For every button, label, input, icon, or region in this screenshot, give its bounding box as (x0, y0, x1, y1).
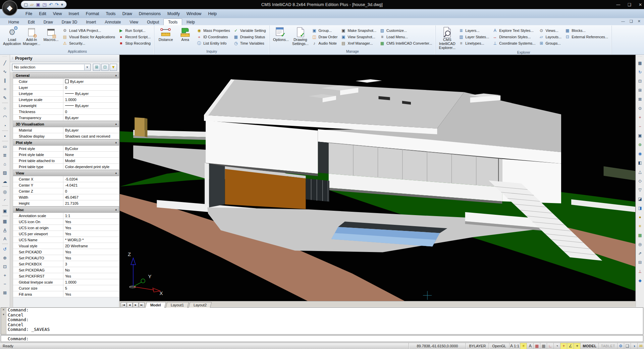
entity-snap-toggle[interactable]: + (560, 343, 567, 349)
collapse-icon[interactable]: ▲ (115, 74, 117, 77)
lineweight-display-toggle[interactable]: + (574, 343, 580, 349)
property-value[interactable]: 0 (63, 188, 119, 194)
list-entity-info-button[interactable]: ⓘList Entity Info (195, 40, 231, 46)
dimension-styles-button[interactable]: ↔Dimension Styles... (491, 34, 537, 40)
arc-button[interactable]: ◠ (1, 112, 9, 121)
cms-intellicad-explorer-button[interactable]: CMS IntelliCAD Explorer... (437, 26, 457, 50)
tab-view[interactable]: View (125, 19, 143, 25)
property-row[interactable]: Set PICKADDYes (13, 249, 119, 255)
tab-tools[interactable]: Tools (163, 18, 182, 25)
property-value[interactable]: No (63, 267, 119, 273)
property-value[interactable]: ByLayer (63, 91, 119, 96)
mdi-close-button[interactable]: ✕ (638, 19, 641, 23)
revision-cloud-button[interactable]: ☁ (1, 177, 9, 186)
hatch-button[interactable]: ▨ (1, 168, 9, 177)
property-row[interactable]: Global linetype scale1.0000 (13, 279, 119, 285)
section-header-view[interactable]: View▲ (13, 170, 119, 176)
command-history[interactable]: Command: Cancel Command: Cancel Command:… (6, 308, 51, 334)
property-value[interactable]: 1:1 (63, 213, 119, 218)
property-value[interactable]: ByLayer (63, 115, 119, 120)
property-value[interactable]: Model (63, 158, 119, 163)
area-button[interactable]: Area (175, 26, 195, 49)
redo-icon[interactable]: ↷ (55, 2, 59, 7)
property-value[interactable]: -4.0421 (63, 182, 119, 188)
grid-toggle[interactable]: ▦ (540, 343, 547, 349)
linetypes-button[interactable]: ≡Linetypes... (457, 40, 491, 46)
camera-button[interactable]: ◎ (637, 240, 644, 249)
coordinates-readout[interactable]: 89.7838,-61.6150,0.0000 (409, 343, 466, 349)
quick-draw-toggle[interactable]: ◑ (631, 343, 637, 349)
redraw-button[interactable]: ▩ (637, 58, 644, 67)
collapse-icon[interactable]: ▲ (115, 208, 117, 211)
command-expand-icon[interactable]: ▾ (3, 313, 4, 316)
section-header-plot-style[interactable]: Plot style▲ (13, 139, 119, 146)
app-logo-icon[interactable]: ◆ (2, 0, 17, 16)
new-icon[interactable]: ▢ (24, 2, 28, 7)
zoom-all-button[interactable]: ▣ (637, 131, 644, 140)
named-views-button[interactable]: ▽ (637, 185, 644, 194)
undo-icon[interactable]: ↶ (49, 2, 53, 7)
property-row[interactable]: Width45.0457 (13, 194, 119, 200)
layers-button[interactable]: ≣Layers... (457, 27, 491, 34)
zoom-in-button[interactable]: + (637, 113, 644, 122)
regen-button[interactable]: ↻ (637, 67, 644, 77)
tab-home[interactable]: Home (4, 19, 23, 25)
property-row[interactable]: LinetypeByLayer (13, 91, 119, 97)
menu-view[interactable]: View (50, 10, 65, 18)
property-row[interactable]: Print table typeColor-dependent print st… (13, 164, 119, 170)
property-value[interactable]: Yes (63, 219, 119, 225)
doc-tab-model[interactable]: Model (145, 302, 166, 308)
property-row[interactable]: Center Z0 (13, 188, 119, 194)
hatch-pattern-button[interactable]: ▦ (1, 217, 9, 226)
menu-window[interactable]: Window (183, 10, 205, 18)
property-row[interactable]: Thickness0 (13, 109, 119, 115)
property-panel-header[interactable]: ⁞ Property (10, 55, 119, 62)
property-row[interactable]: MaterialByLayer (13, 127, 119, 133)
id-coordinates-button[interactable]: ＋ID Coordinates (195, 34, 231, 40)
zoom-dynamic-button[interactable]: ⊞ (637, 86, 644, 95)
options-button[interactable]: ✓Options... (271, 26, 291, 49)
make-snapshot-button[interactable]: ▣Make Snapshot... (339, 27, 378, 34)
property-value[interactable]: Yes (63, 231, 119, 237)
property-value[interactable]: 21.7105 (63, 200, 119, 206)
property-value[interactable]: 1.0000 (63, 279, 119, 285)
property-row[interactable]: Center X-5.0204 (13, 176, 119, 182)
load-menu-button[interactable]: ≡Load Menu... (378, 34, 434, 40)
mdi-minimize-button[interactable]: — (621, 19, 625, 23)
tab-draw-3d[interactable]: Draw 3D (57, 19, 82, 25)
section-header-misc[interactable]: Misc▲ (13, 206, 119, 213)
tablet-indicator[interactable]: TABLET (598, 343, 617, 349)
zoom-out-button[interactable]: − (1, 280, 9, 288)
clean-screen-toggle[interactable]: ❑ (624, 343, 631, 349)
orbit-button[interactable]: ◉ (637, 149, 644, 158)
property-value[interactable]: Yes (63, 291, 119, 297)
annotation-scale-toggle[interactable]: A1:1 (509, 343, 520, 349)
property-row[interactable]: UCS icon OnYes (13, 219, 119, 225)
pan-button[interactable]: ⊕ (637, 140, 644, 149)
external-references-button[interactable]: ⊡External References... (563, 34, 610, 40)
quick-select-button[interactable]: ⊡ (101, 64, 109, 71)
property-value[interactable]: ByColor (63, 146, 119, 151)
close-button[interactable]: ✕ (639, 2, 642, 7)
zoom-extents-button[interactable]: ⊠ (1, 288, 9, 297)
collapse-icon[interactable]: ▲ (115, 141, 117, 144)
variable-setting-button[interactable]: ✓Variable Setting (232, 27, 268, 34)
property-value[interactable]: ByLayer (63, 127, 119, 133)
menu-tools[interactable]: Tools (102, 10, 119, 18)
property-value[interactable]: ByLayer (63, 103, 119, 108)
polar-toggle[interactable]: ◔ (553, 343, 560, 349)
zoom-window-button[interactable]: ⊡ (1, 262, 9, 271)
menu-insert[interactable]: Insert (65, 10, 83, 18)
bylayer-indicator[interactable]: BYLAYER (466, 343, 489, 349)
toolbar-grip-icon[interactable]: ···· (2, 56, 7, 58)
drawing-status-button[interactable]: ▦Drawing Status (232, 34, 268, 40)
minimize-button[interactable]: — (616, 2, 620, 7)
property-value[interactable]: 3 (63, 261, 119, 267)
xref-manager-button[interactable]: ▤Xref Manager... (339, 40, 378, 46)
ortho-toggle[interactable]: ∟ (547, 343, 553, 349)
front-view-button[interactable]: ◧ (637, 158, 644, 167)
filter-button[interactable]: ▼ (110, 64, 117, 71)
mass-properties-button[interactable]: ◉Mass Properties (195, 27, 231, 34)
menu-draw[interactable]: Draw (119, 10, 136, 18)
load-application-button[interactable]: ⚙⚙Load Application (2, 26, 22, 49)
